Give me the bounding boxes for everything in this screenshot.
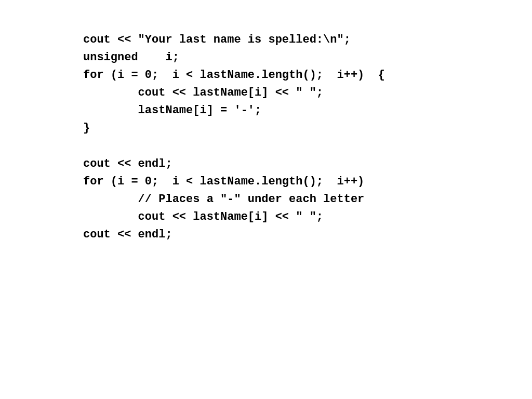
code-line-12: cout << endl; xyxy=(83,228,172,241)
code-line-5: lastName[i] = '-'; xyxy=(83,104,261,117)
code-line-1: cout << "Your last name is spelled:\n"; xyxy=(83,33,351,46)
code-line-3: for (i = 0; i < lastName.length(); i++) … xyxy=(83,69,385,82)
code-block: cout << "Your last name is spelled:\n"; … xyxy=(0,0,385,244)
code-line-6: } xyxy=(83,122,90,135)
code-line-2: unsigned i; xyxy=(83,51,179,64)
code-line-8: cout << endl; xyxy=(83,157,172,170)
code-line-9: for (i = 0; i < lastName.length(); i++) xyxy=(83,175,364,188)
code-line-10: // Places a "-" under each letter xyxy=(83,193,364,206)
code-line-4: cout << lastName[i] << " "; xyxy=(83,86,323,99)
code-line-11: cout << lastName[i] << " "; xyxy=(83,210,323,223)
